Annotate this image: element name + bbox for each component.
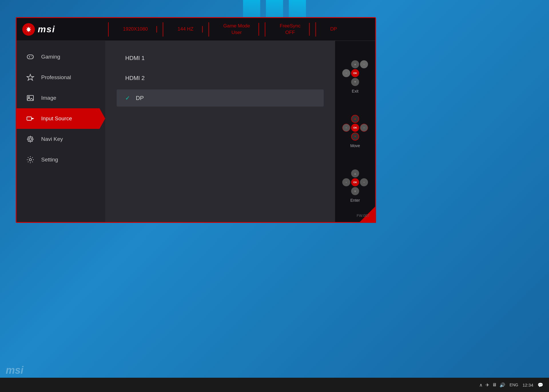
- left-exit[interactable]: «: [342, 69, 350, 77]
- professional-icon: [25, 72, 35, 83]
- gaming-label: Gaming: [41, 54, 60, 60]
- sidebar-item-professional[interactable]: Professional: [17, 67, 105, 88]
- down-arrow-enter[interactable]: ▼: [351, 187, 359, 195]
- gaming-icon: [25, 52, 35, 62]
- enter-dpad: ▲ « OK » ▼: [342, 169, 368, 195]
- dp-checkmark: ✓: [125, 95, 130, 101]
- header-div5: [315, 22, 316, 37]
- taskbar-monitor-icon: 🖥: [492, 382, 497, 387]
- professional-label: Professional: [41, 74, 71, 81]
- enter-label: Enter: [350, 198, 360, 203]
- svg-rect-10: [29, 138, 31, 140]
- exit-label: Exit: [352, 89, 358, 93]
- taskbar-language: ENG: [510, 383, 518, 387]
- header-info: 1920X1080 144 HZ Game Mode User FreeSync…: [114, 22, 369, 37]
- taskbar-notification-icon: 💬: [538, 382, 543, 388]
- right-controls: ▲ » « OK ▼ Exit ▲ « OK: [335, 41, 375, 222]
- svg-rect-0: [27, 55, 33, 59]
- image-icon: [25, 93, 35, 103]
- svg-rect-9: [28, 137, 33, 141]
- header-freesync: FreeSync OFF: [271, 23, 310, 35]
- header-divider: [108, 22, 109, 37]
- header-bar: msi 1920X1080 144 HZ Game Mode User Free…: [17, 18, 375, 41]
- msi-dragon-icon: [22, 23, 35, 36]
- svg-point-4: [32, 57, 33, 57]
- sidebar-item-input-source[interactable]: Input Source: [17, 108, 105, 129]
- header-resolution: 1920X1080: [114, 26, 157, 32]
- setting-label: Setting: [41, 157, 58, 163]
- svg-marker-5: [27, 74, 34, 80]
- hdmi2-label: HDMI 2: [125, 75, 145, 81]
- right-exit[interactable]: »: [360, 60, 368, 68]
- header-game-mode: Game Mode User: [215, 23, 259, 35]
- logo-area: msi: [22, 23, 102, 36]
- osd-panel: msi 1920X1080 144 HZ Game Mode User Free…: [16, 17, 376, 223]
- right-move[interactable]: »: [360, 124, 368, 132]
- input-source-label: Input Source: [41, 115, 72, 122]
- input-source-icon: [25, 113, 35, 124]
- setting-icon: [25, 155, 35, 165]
- up-arrow-move[interactable]: ▲: [351, 115, 359, 123]
- ok-enter[interactable]: OK: [351, 178, 359, 186]
- taskbar-chevron-icon: ∧: [479, 382, 483, 388]
- bottom-msi-logo: msi: [6, 364, 23, 376]
- ok-move[interactable]: OK: [351, 124, 359, 132]
- header-refresh: 144 HZ: [169, 26, 203, 32]
- svg-rect-8: [27, 117, 31, 120]
- dp-label: DP: [136, 95, 144, 101]
- enter-control-group: ▲ « OK » ▼ Enter: [342, 169, 368, 203]
- move-control-group: ▲ « OK » ▼ Move: [342, 115, 368, 148]
- taskbar-time: 12:34: [522, 383, 533, 387]
- image-label: Image: [41, 95, 56, 101]
- msi-logo-text: msi: [38, 24, 55, 35]
- down-arrow-exit[interactable]: ▼: [351, 78, 359, 86]
- move-dpad: ▲ « OK » ▼: [342, 115, 368, 141]
- sidebar-item-gaming[interactable]: Gaming: [17, 47, 105, 67]
- left-move[interactable]: «: [342, 124, 350, 132]
- exit-control-group: ▲ » « OK ▼ Exit: [342, 60, 368, 93]
- sidebar-item-setting[interactable]: Setting: [17, 149, 105, 170]
- svg-point-3: [31, 56, 32, 57]
- svg-point-15: [29, 159, 31, 161]
- main-panel: HDMI 1 HDMI 2 ✓ DP: [105, 41, 335, 222]
- ok-exit[interactable]: OK: [351, 69, 359, 77]
- up-arrow-enter[interactable]: ▲: [351, 169, 359, 177]
- taskbar-volume-icon: 🔊: [500, 382, 505, 388]
- header-div2: [163, 22, 163, 37]
- move-label: Move: [350, 143, 360, 148]
- down-arrow-move[interactable]: ▼: [351, 133, 359, 141]
- content-area: Gaming Professional Imag: [17, 41, 375, 222]
- taskbar: ∧ ✈ 🖥 🔊 ENG 12:34 💬: [0, 378, 549, 392]
- sidebar: Gaming Professional Imag: [17, 41, 105, 222]
- header-input: DP: [322, 26, 346, 32]
- sidebar-item-navi-key[interactable]: Navi Key: [17, 129, 105, 149]
- right-enter[interactable]: »: [360, 178, 368, 186]
- hdmi2-option[interactable]: HDMI 2: [117, 69, 324, 87]
- header-div3: [208, 22, 209, 37]
- up-arrow-exit[interactable]: ▲: [351, 60, 359, 68]
- taskbar-system-icons: ∧ ✈ 🖥 🔊: [479, 382, 505, 388]
- hdmi1-label: HDMI 1: [125, 55, 145, 61]
- exit-dpad: ▲ » « OK ▼: [342, 60, 368, 86]
- hdmi1-option[interactable]: HDMI 1: [117, 49, 324, 67]
- header-div4: [265, 22, 265, 37]
- sidebar-item-image[interactable]: Image: [17, 88, 105, 108]
- navi-key-label: Navi Key: [41, 136, 63, 142]
- dp-option[interactable]: ✓ DP: [117, 89, 324, 107]
- left-enter[interactable]: «: [342, 178, 350, 186]
- firmware-version: FW.007: [357, 213, 369, 218]
- navi-key-icon: [25, 134, 35, 144]
- taskbar-airplane-icon: ✈: [486, 382, 489, 388]
